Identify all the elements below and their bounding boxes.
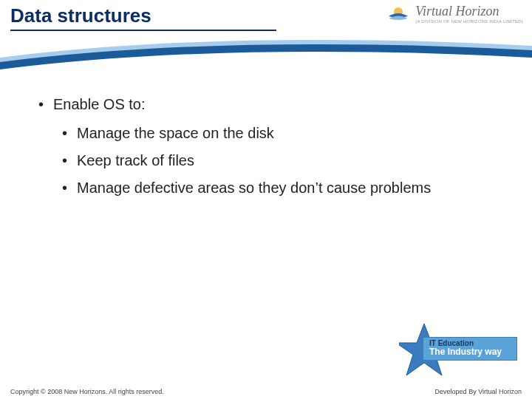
badge-label: IT Education The Industry way — [423, 337, 517, 361]
bullet-sub: Manage the space on the disk — [59, 125, 502, 142]
copyright-text: Copyright © 2008 New Horizons. All right… — [10, 388, 164, 395]
brand-name: Virtual Horizon — [415, 4, 523, 18]
brand-logo: Virtual Horizon (A DIVISION OF NEW HORIZ… — [387, 3, 523, 25]
title-underline — [10, 30, 276, 31]
bullet-sub: Manage defective areas so they don’t cau… — [59, 180, 502, 197]
ribbon-decoration — [0, 33, 532, 77]
bullet-sub: Keep track of files — [59, 152, 502, 169]
slide-body: Enable OS to: Manage the space on the di… — [35, 96, 502, 207]
brand-tagline: (A DIVISION OF NEW HORIZONS INDIA LIMITE… — [415, 19, 523, 24]
developed-by-text: Developed By Virtual Horizon — [435, 388, 522, 395]
it-education-badge: IT Education The Industry way — [399, 321, 517, 380]
horizon-icon — [387, 3, 409, 25]
slide-title: Data structures — [10, 4, 151, 27]
badge-line2: The Industry way — [429, 347, 511, 357]
bullet-main: Enable OS to: — [35, 96, 502, 113]
footer: Copyright © 2008 New Horizons. All right… — [0, 383, 532, 399]
slide: { "header": { "title": "Data structures"… — [0, 0, 532, 399]
